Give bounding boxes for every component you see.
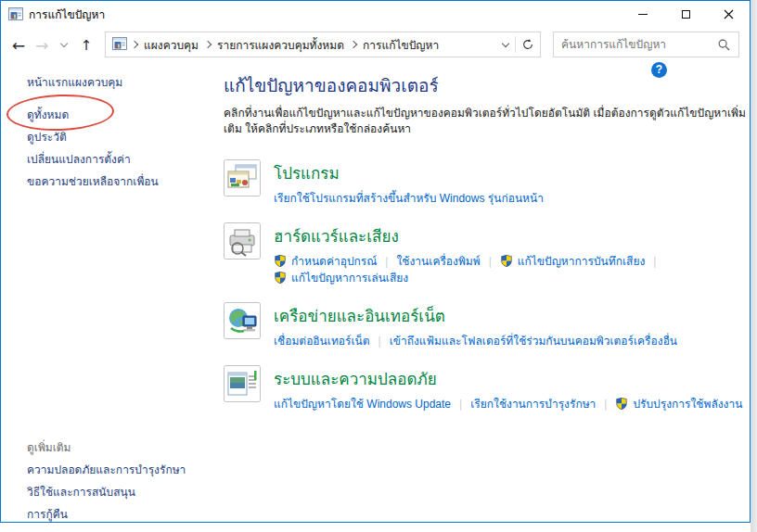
category-section-1: ฮาร์ดแวร์และเสียงกำหนดค่าอุปกรณ์|ใช้งานเ… bbox=[224, 222, 748, 286]
maximize-icon bbox=[682, 10, 690, 19]
link-separator: | bbox=[385, 253, 388, 270]
window-title: การแก้ไขปัญหา bbox=[29, 6, 105, 23]
search-input[interactable] bbox=[554, 38, 714, 51]
hardware-sound-icon[interactable] bbox=[224, 222, 261, 260]
app-icon bbox=[8, 7, 23, 22]
main-content: แก้ไขปัญหาของคอมพิวเตอร์ คลิกที่งานเพื่อ… bbox=[224, 71, 748, 428]
task-link[interactable]: เข้าถึงแฟ้มและโฟลเดอร์ที่ใช้ร่วมกันบนคอม… bbox=[390, 333, 677, 349]
back-button[interactable]: ← bbox=[6, 28, 31, 62]
category-section-3: ระบบและความปลอดภัยแก้ไขปัญหาโดยใช้ Windo… bbox=[224, 365, 748, 412]
desktop-background-strip bbox=[751, 0, 757, 532]
breadcrumb-item[interactable]: รายการแผงควบคุมทั้งหมด bbox=[212, 36, 350, 54]
category-section-0: โปรแกรมเรียกใช้โปรแกรมที่สร้างขึ้นสำหรับ… bbox=[224, 159, 748, 207]
link-separator: | bbox=[489, 253, 492, 270]
search-box[interactable] bbox=[553, 32, 739, 57]
see-also-item-2[interactable]: การกู้คืน bbox=[27, 503, 208, 526]
link-separator: | bbox=[604, 396, 607, 412]
see-also-header: ดูเพิ่มเติม bbox=[27, 437, 208, 459]
see-also-links: ความปลอดภัยและการบำรุงรักษาวิธีใช้และการ… bbox=[27, 459, 208, 526]
troubleshooting-window: การแก้ไขปัญหา ← → ↑ bbox=[0, 0, 751, 523]
address-bar[interactable]: แผงควบคุมรายการแผงควบคุมทั้งหมดการแก้ไขป… bbox=[105, 32, 541, 57]
task-link[interactable]: เรียกใช้งานการบำรุงรักษา bbox=[470, 396, 596, 412]
sidebar-item-2[interactable]: ดูประวัติ bbox=[27, 126, 208, 148]
search-icon[interactable] bbox=[718, 39, 730, 51]
minimize-icon bbox=[638, 14, 648, 15]
address-dropdown-button[interactable] bbox=[496, 32, 515, 57]
category-body: ฮาร์ดแวร์และเสียงกำหนดค่าอุปกรณ์|ใช้งานเ… bbox=[274, 222, 748, 286]
task-links-row: เชื่อมต่ออินเทอร์เน็ต|เข้าถึงแฟ้มและโฟลเ… bbox=[274, 333, 677, 349]
category-title-link[interactable]: เครือข่ายและอินเทอร์เน็ต bbox=[274, 303, 445, 328]
breadcrumb-separator-icon[interactable] bbox=[350, 41, 357, 48]
task-link[interactable]: เรียกใช้โปรแกรมที่สร้างขึ้นสำหรับ Window… bbox=[274, 190, 544, 207]
minimize-button[interactable] bbox=[622, 1, 664, 28]
caption-buttons bbox=[622, 1, 750, 28]
breadcrumb: แผงควบคุมรายการแผงควบคุมทั้งหมดการแก้ไขป… bbox=[138, 36, 496, 54]
forward-button[interactable]: → bbox=[31, 28, 53, 62]
task-link[interactable]: ปรับปรุงการใช้พลังงาน bbox=[615, 396, 742, 412]
see-also-item-1[interactable]: วิธีใช้และการสนับสนุน bbox=[27, 481, 208, 503]
refresh-button[interactable] bbox=[516, 32, 540, 57]
see-also-item-0[interactable]: ความปลอดภัยและการบำรุงรักษา bbox=[27, 459, 208, 481]
category-body: ระบบและความปลอดภัยแก้ไขปัญหาโดยใช้ Windo… bbox=[274, 365, 742, 412]
breadcrumb-item[interactable]: การแก้ไขปัญหา bbox=[357, 36, 444, 54]
sidebar-item-3[interactable]: เปลี่ยนแปลงการตั้งค่า bbox=[27, 148, 208, 171]
category-sections: โปรแกรมเรียกใช้โปรแกรมที่สร้างขึ้นสำหรับ… bbox=[224, 159, 748, 412]
close-button[interactable] bbox=[707, 1, 750, 28]
category-title-link[interactable]: โปรแกรม bbox=[274, 160, 340, 185]
page-title: แก้ไขปัญหาของคอมพิวเตอร์ bbox=[224, 71, 748, 99]
uac-shield-icon bbox=[500, 254, 513, 268]
sidebar-see-also: ดูเพิ่มเติม ความปลอดภัยและการบำรุงรักษาว… bbox=[27, 437, 208, 526]
uac-shield-icon bbox=[615, 397, 628, 411]
chevron-down-icon bbox=[502, 39, 509, 46]
task-link[interactable]: ใช้งานเครื่องพิมพ์ bbox=[396, 253, 480, 270]
uac-shield-icon bbox=[274, 254, 287, 268]
close-icon bbox=[724, 9, 734, 19]
link-separator: | bbox=[653, 253, 656, 270]
refresh-icon bbox=[521, 38, 534, 51]
task-link[interactable]: เชื่อมต่ออินเทอร์เน็ต bbox=[274, 333, 370, 349]
sidebar: หน้าแรกแผงควบคุมดูทั้งหมดดูประวัติเปลี่ย… bbox=[27, 71, 208, 193]
task-link[interactable]: แก้ไขปัญหาการบันทึกเสียง bbox=[500, 253, 646, 270]
up-button[interactable]: ↑ bbox=[75, 28, 97, 62]
maximize-button[interactable] bbox=[664, 1, 707, 28]
category-section-2: เครือข่ายและอินเทอร์เน็ตเชื่อมต่ออินเทอร… bbox=[224, 302, 748, 349]
link-separator: | bbox=[378, 333, 381, 349]
sidebar-item-1[interactable]: ดูทั้งหมด bbox=[27, 104, 208, 126]
title-bar: การแก้ไขปัญหา bbox=[1, 1, 750, 28]
link-separator: | bbox=[459, 396, 462, 412]
address-location-icon bbox=[112, 37, 127, 52]
category-body: เครือข่ายและอินเทอร์เน็ตเชื่อมต่ออินเทอร… bbox=[274, 302, 677, 349]
page-description: คลิกที่งานเพื่อแก้ไขปัญหาและแก้ไขปัญหาขอ… bbox=[224, 106, 757, 137]
uac-shield-icon bbox=[274, 271, 287, 285]
sidebar-item-4[interactable]: ขอความช่วยเหลือจากเพื่อน bbox=[27, 171, 208, 193]
category-title-link[interactable]: ระบบและความปลอดภัย bbox=[274, 366, 437, 391]
category-body: โปรแกรมเรียกใช้โปรแกรมที่สร้างขึ้นสำหรับ… bbox=[274, 159, 544, 207]
system-security-icon[interactable] bbox=[224, 365, 261, 402]
chevron-down-icon bbox=[60, 40, 68, 47]
breadcrumb-separator-icon[interactable] bbox=[204, 41, 212, 48]
task-links-row: เรียกใช้โปรแกรมที่สร้างขึ้นสำหรับ Window… bbox=[274, 190, 544, 207]
programs-icon[interactable] bbox=[224, 159, 261, 196]
category-title-link[interactable]: ฮาร์ดแวร์และเสียง bbox=[274, 223, 399, 248]
navigation-toolbar: ← → ↑ แผงควบคุมรายการแผงควบคุมทั้งหมดการ… bbox=[1, 28, 750, 62]
sidebar-item-0[interactable]: หน้าแรกแผงควบคุม bbox=[27, 71, 208, 94]
task-link[interactable]: แก้ไขปัญหาโดยใช้ Windows Update bbox=[274, 396, 451, 412]
task-link[interactable]: แก้ไขปัญหาการเล่นเสียง bbox=[274, 270, 408, 286]
recent-pages-dropdown[interactable] bbox=[55, 28, 73, 62]
task-links-row: แก้ไขปัญหาโดยใช้ Windows Update|เรียกใช้… bbox=[274, 396, 742, 412]
task-links-row: กำหนดค่าอุปกรณ์|ใช้งานเครื่องพิมพ์|แก้ไข… bbox=[274, 253, 748, 286]
task-link[interactable]: กำหนดค่าอุปกรณ์ bbox=[274, 253, 377, 270]
breadcrumb-separator-icon[interactable] bbox=[131, 41, 138, 48]
breadcrumb-item[interactable]: แผงควบคุม bbox=[138, 36, 204, 54]
network-internet-icon[interactable] bbox=[224, 302, 261, 339]
